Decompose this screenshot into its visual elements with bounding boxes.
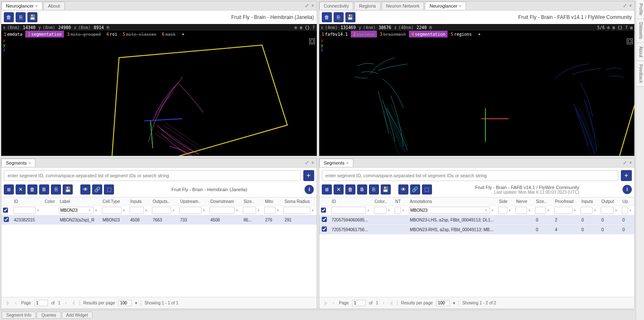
tab-neuroglancer-left[interactable]: Neuroglancer× (1, 2, 42, 10)
next-page-icon[interactable]: › (64, 301, 68, 305)
settings-icon[interactable]: ✿ (630, 25, 633, 30)
graph-icon-button[interactable]: ⬚ (104, 184, 114, 195)
layer-pill[interactable]: 3mito-grouped (64, 31, 103, 37)
trash-icon-button[interactable]: 🗑 (27, 184, 37, 195)
help-icon[interactable]: ? (625, 25, 628, 30)
segment-search-input[interactable] (4, 170, 301, 181)
ng-viewer-right[interactable]: x(4nm)131469 y(4nm)38676 z(40nm)2240 ⎘ 5… (319, 24, 635, 156)
layers-icon[interactable]: ≣ (299, 25, 302, 30)
info-icon-button[interactable]: i (623, 185, 632, 194)
tab-segments-right[interactable]: Segments× (319, 159, 353, 167)
table-header[interactable]: Downstream (208, 197, 241, 206)
filter-icon[interactable]: ▾ (276, 208, 280, 213)
list-icon-button[interactable]: ≣ (4, 184, 14, 195)
filter-input[interactable] (130, 207, 144, 214)
table-row[interactable]: 423382015MBON23(a2sp)_RMBON2345087663733… (1, 215, 317, 225)
layer-pill[interactable]: 6mask (159, 31, 178, 37)
last-page-icon[interactable]: ›| (71, 301, 76, 305)
table-header[interactable]: Output (599, 197, 620, 206)
filter-icon[interactable]: ▾ (144, 208, 148, 213)
save-icon-button[interactable]: 💾 (63, 184, 73, 195)
table-header[interactable]: NT (393, 197, 408, 206)
eye-icon-button[interactable]: 👁 (80, 184, 90, 195)
filter-input[interactable] (102, 207, 122, 214)
trash-icon-button[interactable]: 🗑 (345, 184, 355, 195)
help-icon[interactable]: ? (312, 25, 315, 30)
prev-page-icon[interactable]: ‹ (331, 301, 335, 305)
table-header[interactable]: Annotations (407, 197, 496, 206)
btab-segment-info[interactable]: Segment Info (2, 312, 36, 319)
filter-input[interactable] (264, 207, 276, 214)
tab-neuroglancer-right[interactable]: Neuroglancer× (425, 2, 466, 10)
rpp-input[interactable] (118, 300, 132, 306)
table-header[interactable]: Size.. (241, 197, 262, 206)
tab-segments-left[interactable]: Segments× (1, 159, 35, 167)
dropdown-icon[interactable]: ▾ (453, 301, 455, 305)
row-checkbox[interactable] (322, 227, 327, 232)
filter-input[interactable] (179, 207, 201, 214)
sidebar-tab-datasets[interactable]: Datasets (636, 19, 644, 43)
tab-neuron-network[interactable]: Neuron Network (382, 2, 424, 10)
copy-icon-button[interactable]: ⎘ (334, 12, 344, 22)
filter-id-input[interactable] (13, 207, 36, 214)
copy-icon-button[interactable]: ⎘ (51, 184, 61, 195)
next-page-icon[interactable]: › (382, 301, 385, 305)
last-page-icon[interactable]: ›| (389, 301, 394, 305)
table-header[interactable]: Upstream.. (178, 197, 208, 206)
filter-icon[interactable]: ▾ (527, 208, 532, 213)
page-input[interactable] (34, 300, 48, 306)
expand-icon[interactable]: ⤢ (623, 160, 627, 165)
ng-viewer-left[interactable]: x(8nm)14340 y(8nm)24980 z(8nm)8914 ⎘ ⚙ ≣… (1, 24, 317, 156)
filter-icon[interactable]: ▾ (507, 208, 512, 213)
table-header[interactable]: Color (42, 197, 57, 206)
table-header[interactable]: Size.. (533, 197, 552, 206)
filter-input[interactable] (601, 207, 614, 214)
tab-connectivity[interactable]: Connectivity (319, 2, 354, 10)
filter-id-input[interactable] (331, 207, 366, 214)
filter-icon[interactable]: ▾ (490, 208, 495, 213)
tab-regions[interactable]: Regions (354, 2, 380, 10)
expand-icon[interactable]: ⤢ (305, 3, 309, 8)
table-header[interactable] (1, 197, 11, 206)
layer-pill[interactable]: 4segmentation (409, 31, 448, 37)
sidebar-tab-profile[interactable]: Profile (636, 0, 644, 19)
close-panel-icon[interactable]: × (629, 160, 632, 165)
layer-pill[interactable]: 4roi (104, 31, 120, 37)
table-header[interactable]: Mito (262, 197, 282, 206)
clear-icon-button[interactable]: ✕ (16, 184, 26, 195)
btab-add-widget[interactable]: Add Widget (62, 312, 93, 319)
clear-filter-icon[interactable]: × (88, 208, 91, 213)
filter-input[interactable] (515, 207, 527, 214)
doc-icon-button[interactable]: 🗎 (39, 184, 49, 195)
close-panel-icon[interactable]: × (311, 3, 314, 8)
table-header[interactable]: ID (11, 197, 42, 206)
table-row[interactable]: 72057594061756...MBON23-RHS, a2sp, FBbt_… (319, 225, 635, 235)
filter-icon[interactable]: ▾ (235, 208, 239, 213)
filter-annotations-input[interactable] (409, 207, 490, 214)
filter-icon[interactable]: ▾ (201, 208, 206, 213)
view-cube-icon[interactable] (309, 38, 315, 44)
filter-icon[interactable]: ▾ (122, 208, 126, 213)
layer-pill[interactable]: 2nucleus (351, 31, 377, 37)
filter-icon[interactable]: ▾ (310, 208, 315, 213)
braces-icon[interactable]: {} (305, 25, 310, 30)
layer-pill[interactable]: 2segmentation (25, 31, 64, 37)
filter-input[interactable] (622, 207, 628, 214)
save-icon-button[interactable]: 💾 (381, 184, 391, 195)
table-row[interactable]: 72057594060695...MBON23-LHS, a2sp, FBbt_… (319, 215, 635, 225)
info-icon-button[interactable]: i (305, 185, 314, 194)
filter-icon[interactable]: ▾ (171, 208, 176, 213)
trash-icon-button[interactable]: 🗑 (322, 12, 332, 22)
select-all-checkbox[interactable] (3, 208, 8, 213)
filter-input[interactable] (535, 207, 546, 214)
doc-icon-button[interactable]: 🗎 (357, 184, 367, 195)
filter-input[interactable] (284, 207, 310, 214)
filter-input[interactable] (395, 207, 401, 214)
list-icon-button[interactable]: ≣ (322, 184, 332, 195)
graph-icon-button[interactable]: ⬚ (422, 184, 432, 195)
filter-icon[interactable]: ▾ (593, 208, 597, 213)
layers-icon[interactable]: ≣ (612, 25, 615, 30)
filter-icon[interactable]: ▾ (628, 208, 633, 213)
layer-pill[interactable]: 1emdata (1, 31, 25, 37)
table-header[interactable]: Soma Radius (282, 197, 316, 206)
